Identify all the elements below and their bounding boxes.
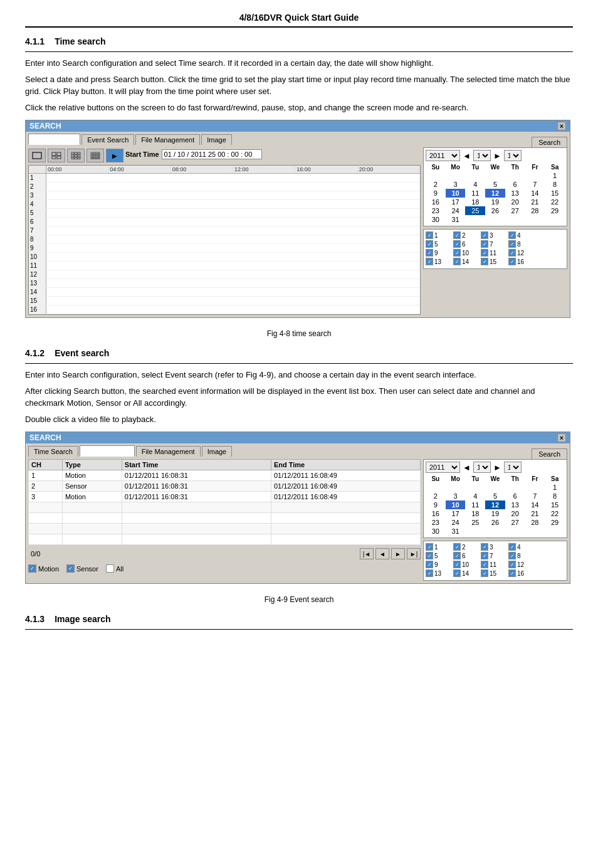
channel-check-item[interactable]: ✓10 bbox=[453, 561, 478, 568]
channel-checkbox[interactable]: ✓ bbox=[426, 258, 433, 265]
channel-checkbox[interactable]: ✓ bbox=[508, 552, 516, 559]
cal-day[interactable]: 13 bbox=[505, 189, 525, 198]
cal-day[interactable]: 15 bbox=[545, 500, 565, 509]
start-time-input[interactable]: 01 / 10 / 2011 25 00 : 00 : 00 bbox=[162, 149, 262, 159]
sensor-checkbox[interactable]: ✓ bbox=[66, 564, 75, 573]
cal-day[interactable]: 16 bbox=[426, 509, 446, 518]
timeline-row[interactable]: 10 bbox=[29, 253, 420, 262]
cal-day[interactable]: 21 bbox=[525, 509, 545, 518]
tab-file-management[interactable]: File Management bbox=[135, 134, 200, 145]
cal-day[interactable]: 29 bbox=[545, 206, 565, 215]
channel-check-item[interactable]: ✓8 bbox=[508, 552, 533, 559]
playback-btn[interactable]: ►| bbox=[407, 548, 421, 559]
timeline-bar[interactable] bbox=[46, 270, 420, 278]
event-table-row[interactable]: 3Motion01/12/2011 16:08:3101/12/2011 16:… bbox=[29, 492, 421, 502]
cal-day[interactable]: 4 bbox=[465, 180, 485, 189]
channel-checkbox[interactable]: ✓ bbox=[426, 552, 433, 559]
channel-checkbox[interactable]: ✓ bbox=[481, 258, 488, 265]
timeline-row[interactable]: 4 bbox=[29, 200, 420, 209]
cal-day[interactable]: 19 bbox=[485, 509, 505, 518]
timeline-bar[interactable] bbox=[46, 209, 420, 217]
cal-day[interactable]: 7 bbox=[525, 492, 545, 500]
timeline-row[interactable]: 8 bbox=[29, 235, 420, 244]
channel-check-item[interactable]: ✓2 bbox=[453, 543, 478, 551]
ts-month-select[interactable]: 1 bbox=[473, 150, 491, 161]
cal-day[interactable]: 30 bbox=[426, 527, 446, 536]
channel-checkbox[interactable]: ✓ bbox=[426, 240, 433, 248]
timeline-bar[interactable] bbox=[46, 226, 420, 235]
cal-day[interactable]: 11 bbox=[465, 189, 485, 198]
channel-checkbox[interactable]: ✓ bbox=[508, 543, 516, 551]
cal-day[interactable]: 29 bbox=[545, 518, 565, 527]
cal-day[interactable]: 22 bbox=[545, 509, 565, 518]
timeline-row[interactable]: 5 bbox=[29, 209, 420, 218]
channel-checkbox[interactable]: ✓ bbox=[426, 249, 433, 257]
channel-checkbox[interactable]: ✓ bbox=[508, 249, 516, 257]
tab-event-search[interactable]: Event Search bbox=[81, 134, 134, 145]
channel-checkbox[interactable]: ✓ bbox=[453, 240, 461, 248]
channel-check-item[interactable]: ✓13 bbox=[426, 258, 451, 265]
cal-day[interactable]: 3 bbox=[446, 492, 466, 500]
channel-check-item[interactable]: ✓5 bbox=[426, 240, 451, 248]
cal-day[interactable]: 23 bbox=[426, 518, 446, 527]
timeline-row[interactable]: 11 bbox=[29, 262, 420, 270]
channel-check-item[interactable]: ✓4 bbox=[508, 231, 533, 239]
channel-check-item[interactable]: ✓1 bbox=[426, 543, 451, 551]
channel-checkbox[interactable]: ✓ bbox=[426, 561, 433, 568]
cal-day[interactable]: 2 bbox=[426, 492, 446, 500]
timeline-row[interactable]: 2 bbox=[29, 183, 420, 191]
cal-day[interactable]: 27 bbox=[505, 518, 525, 527]
event-tab-event-search[interactable]: Event Search bbox=[80, 445, 135, 457]
cal-day[interactable]: 17 bbox=[446, 509, 466, 518]
event-search-close-button[interactable]: × bbox=[557, 433, 566, 442]
channel-check-item[interactable]: ✓9 bbox=[426, 249, 451, 257]
channel-check-item[interactable]: ✓16 bbox=[508, 258, 533, 265]
timeline-bar[interactable] bbox=[46, 244, 420, 252]
channel-check-item[interactable]: ✓9 bbox=[426, 561, 451, 568]
playback-btn[interactable]: ► bbox=[391, 548, 405, 559]
channel-checkbox[interactable]: ✓ bbox=[426, 231, 433, 239]
cal-day[interactable]: 6 bbox=[505, 492, 525, 500]
cal-day[interactable]: 12 bbox=[485, 189, 505, 198]
cal-day[interactable]: 9 bbox=[426, 189, 446, 198]
channel-checkbox[interactable]: ✓ bbox=[508, 569, 516, 577]
cal-day[interactable]: 21 bbox=[525, 198, 545, 206]
channel-check-item[interactable]: ✓16 bbox=[508, 569, 533, 577]
channel-checkbox[interactable]: ✓ bbox=[426, 543, 433, 551]
timeline-bar[interactable] bbox=[46, 174, 420, 182]
cal-day[interactable]: 8 bbox=[545, 180, 565, 189]
channel-check-item[interactable]: ✓11 bbox=[481, 561, 506, 568]
ts-year-select[interactable]: 2011 bbox=[426, 150, 460, 161]
cal-day[interactable]: 18 bbox=[465, 198, 485, 206]
channel-check-item[interactable]: ✓12 bbox=[508, 561, 533, 568]
event-table-row[interactable]: 2Sensor01/12/2011 16:08:3101/12/2011 16:… bbox=[29, 481, 421, 492]
cal-day[interactable]: 26 bbox=[485, 206, 505, 215]
search-button-top[interactable]: Search bbox=[532, 137, 567, 148]
cal-day[interactable]: 13 bbox=[505, 500, 525, 509]
cal-day[interactable]: 19 bbox=[485, 198, 505, 206]
channel-check-item[interactable]: ✓14 bbox=[453, 569, 478, 577]
cal-day[interactable]: 30 bbox=[426, 215, 446, 224]
cal-day[interactable]: 20 bbox=[505, 509, 525, 518]
channel-checkbox[interactable]: ✓ bbox=[453, 249, 461, 257]
cal-day[interactable]: 22 bbox=[545, 198, 565, 206]
timeline-bar[interactable] bbox=[46, 253, 420, 261]
cal-day[interactable]: 18 bbox=[465, 509, 485, 518]
event-tab-image[interactable]: Image bbox=[202, 446, 233, 457]
channel-checkbox[interactable]: ✓ bbox=[508, 231, 516, 239]
channel-check-item[interactable]: ✓6 bbox=[453, 552, 478, 559]
cal-day[interactable]: 25 bbox=[465, 518, 485, 527]
channel-check-item[interactable]: ✓10 bbox=[453, 249, 478, 257]
timeline-bar[interactable] bbox=[46, 288, 420, 296]
cal-day[interactable]: 10 bbox=[446, 500, 466, 509]
timeline-row[interactable]: 7 bbox=[29, 226, 420, 235]
timeline-row[interactable]: 15 bbox=[29, 297, 420, 305]
channel-check-item[interactable]: ✓15 bbox=[481, 569, 506, 577]
channel-check-item[interactable]: ✓13 bbox=[426, 569, 451, 577]
cal-day[interactable]: 5 bbox=[485, 180, 505, 189]
timeline-bar[interactable] bbox=[46, 305, 420, 314]
icon-quad-view[interactable] bbox=[48, 149, 65, 162]
cal-day[interactable]: 24 bbox=[446, 206, 466, 215]
event-tab-file-management[interactable]: File Management bbox=[136, 446, 201, 457]
tab-time-search[interactable]: Time Search bbox=[28, 134, 80, 145]
